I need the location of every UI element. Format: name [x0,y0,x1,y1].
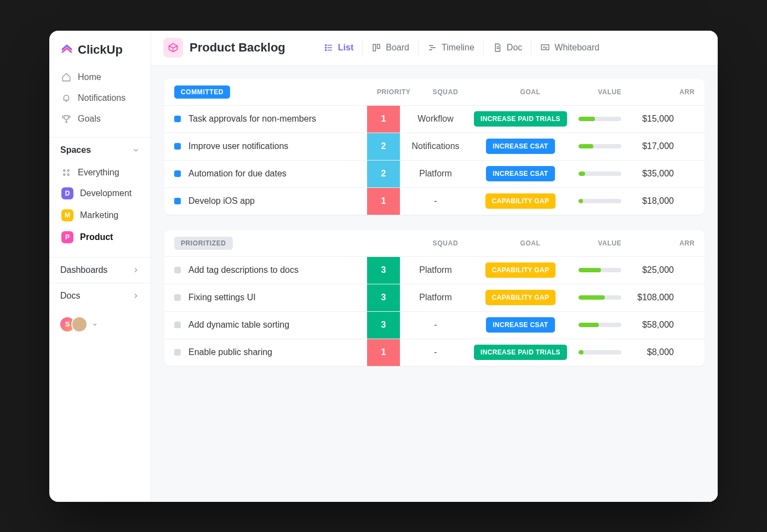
status-dot [174,170,181,177]
task-title: Task approvals for non-members [188,114,316,124]
nav-goals[interactable]: Goals [57,108,143,129]
user-avatars[interactable]: S [49,308,151,340]
progress-bar [579,323,621,327]
squad-cell[interactable]: - [400,196,471,206]
arr-cell: $35,000 [630,169,685,179]
arr-cell: $17,000 [630,141,685,151]
task-row[interactable]: Enable public sharing1-INCREASE PAID TRI… [164,339,705,366]
content-area: COMMITTEDPRIORITYSQUADGOALVALUEARRTask a… [151,66,718,502]
status-chip[interactable]: PRIORITIZED [174,237,233,250]
goal-cell[interactable]: CAPABILITY GAP [471,193,570,209]
goal-cell[interactable]: INCREASE CSAT [471,139,570,154]
goal-chip: INCREASE PAID TRIALS [474,111,567,127]
arr-cell: $108,000 [630,293,685,302]
spaces-header[interactable]: Spaces [49,137,151,161]
space-product[interactable]: P Product [57,226,143,248]
sidebar-docs[interactable]: Docs [49,283,151,308]
col-arr: ARR [640,88,695,96]
view-doc[interactable]: Doc [483,39,531,56]
task-title-cell: Improve user notifications [164,141,367,151]
status-dot [174,198,181,204]
col-goal: GOAL [481,239,580,247]
goal-cell[interactable]: INCREASE PAID TRIALS [471,345,570,360]
squad-cell[interactable]: Platform [400,265,471,275]
primary-nav: Home Notifications Goals [49,67,151,137]
squad-cell[interactable]: Platform [400,169,471,179]
squad-cell[interactable]: - [400,347,471,357]
task-row[interactable]: Develop iOS app1-CAPABILITY GAP$18,000 [164,187,705,215]
view-timeline[interactable]: Timeline [418,39,483,56]
priority-cell[interactable]: 2 [367,161,400,187]
status-dot [174,116,181,122]
task-row[interactable]: Fixing settings UI3PlatformCAPABILITY GA… [164,284,705,311]
svg-point-6 [325,47,326,48]
nav-notifications[interactable]: Notifications [57,88,143,108]
goal-cell[interactable]: CAPABILITY GAP [471,262,570,278]
priority-cell[interactable]: 3 [367,312,400,339]
task-title-cell: Fixing settings UI [164,293,367,302]
priority-cell[interactable]: 1 [367,188,400,215]
svg-point-4 [325,44,326,45]
status-dot [174,267,181,273]
col-arr: ARR [640,239,695,247]
squad-cell[interactable]: Notifications [400,141,471,151]
goal-cell[interactable]: INCREASE CSAT [471,166,570,181]
squad-cell[interactable]: Workflow [400,114,471,124]
priority-cell[interactable]: 3 [367,257,400,284]
task-row[interactable]: Add tag descriptions to docs3PlatformCAP… [164,256,705,284]
group-header: COMMITTEDPRIORITYSQUADGOALVALUEARR [164,79,705,105]
goal-chip: CAPABILITY GAP [485,262,556,278]
task-row[interactable]: Improve user notifications2Notifications… [164,133,705,160]
doc-icon [493,43,502,53]
task-title: Fixing settings UI [188,293,256,302]
view-board[interactable]: Board [362,39,418,56]
task-row[interactable]: Task approvals for non-members1WorkflowI… [164,105,705,133]
arr-cell: $25,000 [630,265,685,275]
value-cell [570,144,630,148]
task-title: Add dynamic table sorting [188,320,289,330]
task-title-cell: Add dynamic table sorting [164,320,367,330]
goal-chip: INCREASE CSAT [486,166,554,181]
svg-rect-10 [373,44,376,51]
goal-cell[interactable]: INCREASE CSAT [471,317,570,333]
status-dot [174,294,181,301]
nav-home[interactable]: Home [57,67,143,88]
view-whiteboard[interactable]: Whiteboard [531,39,608,56]
task-group: COMMITTEDPRIORITYSQUADGOALVALUEARRTask a… [164,79,705,215]
main-panel: Product Backlog List Board Timeline Doc [151,31,718,502]
goal-chip: INCREASE CSAT [486,139,554,154]
goal-cell[interactable]: INCREASE PAID TRIALS [471,111,570,127]
squad-cell[interactable]: Platform [400,293,471,302]
home-icon [61,72,71,82]
priority-cell[interactable]: 1 [367,106,400,133]
chevron-right-icon [132,266,140,274]
status-chip[interactable]: COMMITTED [174,85,230,99]
task-row[interactable]: Add dynamic table sorting3-INCREASE CSAT… [164,311,705,339]
status-dot [174,349,181,356]
squad-cell[interactable]: - [400,320,471,330]
space-development[interactable]: D Development [57,182,143,204]
task-row[interactable]: Automation for due dates2PlatformINCREAS… [164,160,705,187]
view-label: Board [386,43,409,53]
status-dot [174,143,181,150]
goal-cell[interactable]: CAPABILITY GAP [471,290,570,305]
progress-bar [579,117,621,121]
svg-point-8 [325,49,326,50]
value-cell [570,295,630,300]
svg-point-2 [64,174,65,175]
group-header: PRIORITIZEDSQUADGOALVALUEARR [164,230,705,256]
priority-cell[interactable]: 3 [367,284,400,311]
goal-chip: INCREASE CSAT [486,317,554,333]
sidebar-dashboards[interactable]: Dashboards [49,257,151,283]
task-title-cell: Task approvals for non-members [164,114,367,124]
space-everything[interactable]: Everything [57,163,143,182]
view-list[interactable]: List [315,39,362,56]
task-title-cell: Enable public sharing [164,347,367,357]
priority-cell[interactable]: 2 [367,133,400,160]
col-value: VALUE [580,88,640,96]
progress-bar [579,171,621,176]
brand-logo[interactable]: ClickUp [49,31,151,67]
brand-text: ClickUp [78,43,123,57]
priority-cell[interactable]: 1 [367,339,400,366]
space-marketing[interactable]: M Marketing [57,204,143,226]
